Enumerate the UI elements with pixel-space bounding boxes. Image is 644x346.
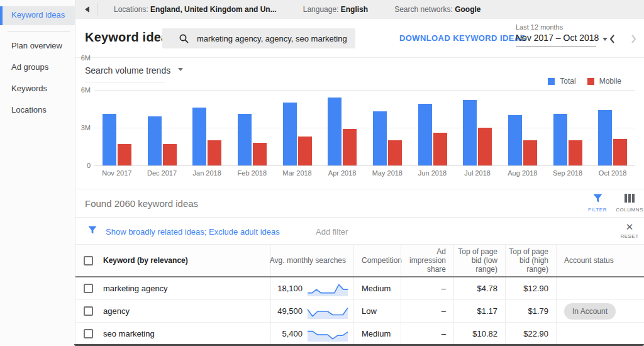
y-axis-tick-6m: 6M <box>77 54 91 62</box>
bar-total-1 <box>148 116 162 165</box>
bar-total-0 <box>103 114 116 165</box>
header-ad-impression-share: Ad impression share <box>401 245 453 276</box>
keyword-cell: agency <box>101 300 270 322</box>
bar-mobile-2 <box>208 140 221 165</box>
legend-item-mobile: Mobile <box>587 77 621 86</box>
competition-cell: Medium <box>353 323 401 345</box>
keyword-ideas-table: Keyword (by relevance) Avg. monthly sear… <box>75 244 644 345</box>
x-axis-label: Jan 2018 <box>193 169 221 177</box>
avg-monthly-searches-value: 18,100 <box>277 284 303 293</box>
results-toolbar: Found 2060 keyword ideas FILTER COLUMNS <box>75 189 644 217</box>
chart-type-caret-icon <box>178 68 183 74</box>
x-axis-label: Oct 2018 <box>599 169 627 177</box>
select-all-checkbox[interactable] <box>84 256 93 265</box>
sidebar-item-keywords[interactable]: Keywords <box>0 78 75 99</box>
search-networks-value: Google <box>455 5 480 14</box>
in-account-badge: In Account <box>564 303 616 320</box>
collapse-panel-icon[interactable] <box>82 6 89 13</box>
sidebar: Keyword ideas Plan overview Ad groups Ke… <box>0 0 75 346</box>
sidebar-item-keyword-ideas[interactable]: Keyword ideas <box>0 6 75 25</box>
chart-type-dropdown[interactable]: Search volume trends <box>85 65 183 75</box>
language-label: Language: <box>303 5 339 14</box>
sidebar-divider <box>8 31 70 32</box>
bid-high-cell: $1.79 <box>505 300 556 322</box>
sidebar-item-locations[interactable]: Locations <box>0 99 75 121</box>
language-setting[interactable]: Language: English <box>303 5 368 14</box>
locations-value: England, United Kingdom and Un... <box>150 5 277 14</box>
date-range-value[interactable]: Nov 2017 – Oct 2018 <box>516 33 596 47</box>
search-networks-label: Search networks: <box>394 5 453 14</box>
bid-high-cell: $12.90 <box>505 277 556 299</box>
x-axis-label: Nov 2017 <box>102 169 131 177</box>
search-networks-setting[interactable]: Search networks: Google <box>394 5 480 14</box>
trend-sparkline <box>306 303 350 320</box>
applied-filters-link[interactable]: Show broadly related ideas; Exclude adul… <box>106 227 280 237</box>
total-swatch-icon <box>548 78 555 85</box>
bar-total-7 <box>418 104 432 165</box>
account-status-cell <box>556 277 644 299</box>
bar-total-9 <box>508 115 522 165</box>
keyword-cell: seo marketing <box>101 323 270 345</box>
bar-mobile-11 <box>613 139 627 165</box>
page-header: Keyword ideas marketing agency, agency, … <box>75 19 644 58</box>
filter-button-label: FILTER <box>584 207 611 213</box>
reset-label: RESET <box>620 233 639 239</box>
date-range-picker[interactable]: Last 12 months Nov 2017 – Oct 2018 <box>516 23 596 47</box>
bar-total-4 <box>283 103 297 165</box>
add-filter-button[interactable]: Add filter <box>316 227 348 237</box>
locations-label: Locations: <box>114 5 148 14</box>
table-row: marketing agency18,100Medium–$4.78$12.90 <box>75 277 644 300</box>
x-axis-label: Apr 2018 <box>328 169 357 177</box>
search-query-text: marketing agency, agency, seo marketing <box>197 34 347 43</box>
search-volume-section: Search volume trends Total Mobile 6M 6M … <box>75 58 644 189</box>
y-axis-tick-3m: 3M <box>77 124 91 131</box>
previous-period-icon[interactable] <box>609 34 616 44</box>
x-axis-label: Sep 2018 <box>553 169 582 177</box>
avg-monthly-searches-cell: 49,500 <box>270 300 353 322</box>
results-count: Found 2060 keyword ideas <box>85 198 198 209</box>
x-axis-label: Jul 2018 <box>464 169 491 177</box>
language-value: English <box>341 5 368 14</box>
y-axis-tick-6m: 6M <box>77 86 91 94</box>
x-axis-label: Mar 2018 <box>282 169 311 177</box>
row-checkbox[interactable] <box>84 329 93 338</box>
header-top-of-page-bid-low: Top of page bid (low range) <box>453 245 505 276</box>
table-header-row: Keyword (by relevance) Avg. monthly sear… <box>75 244 644 277</box>
keyword-search-input[interactable]: marketing agency, agency, seo marketing <box>162 28 355 48</box>
reset-filters-button[interactable]: ✕ RESET <box>620 222 639 239</box>
gridline-6m <box>94 90 635 91</box>
reset-x-icon: ✕ <box>620 222 639 232</box>
bar-mobile-6 <box>388 140 402 165</box>
date-range-caret-icon[interactable] <box>602 38 608 43</box>
ad-impression-share-cell: – <box>401 323 453 345</box>
columns-button-label: COLUMNS <box>616 207 643 213</box>
filter-button[interactable]: FILTER <box>584 194 611 213</box>
columns-button[interactable]: COLUMNS <box>616 194 643 213</box>
download-keyword-ideas-button[interactable]: DOWNLOAD KEYWORD IDEAS <box>399 33 526 43</box>
chart-type-label: Search volume trends <box>85 65 170 75</box>
avg-monthly-searches-cell: 18,100 <box>270 277 353 299</box>
applied-filter-icon[interactable] <box>88 226 97 234</box>
bid-high-cell: $22.90 <box>505 323 556 345</box>
row-checkbox[interactable] <box>84 306 93 316</box>
bar-mobile-10 <box>569 140 582 165</box>
avg-monthly-searches-value: 5,400 <box>282 329 303 338</box>
sidebar-item-ad-groups[interactable]: Ad groups <box>0 57 75 78</box>
y-axis-tick-0: 0 <box>77 162 91 169</box>
competition-cell: Low <box>353 300 401 322</box>
row-checkbox[interactable] <box>84 284 93 293</box>
bar-total-8 <box>463 100 477 165</box>
chart-x-labels: Nov 2017Dec 2017Jan 2018Feb 2018Mar 2018… <box>94 169 635 178</box>
table-body: marketing agency18,100Medium–$4.78$12.90… <box>75 277 644 345</box>
header-avg-monthly-searches: Avg. monthly searches <box>270 245 353 276</box>
header-competition: Competition <box>353 245 401 276</box>
header-top-of-page-bid-high: Top of page bid (high range) <box>505 245 556 276</box>
next-period-icon[interactable] <box>630 34 637 44</box>
bar-total-11 <box>598 110 612 165</box>
sidebar-item-plan-overview[interactable]: Plan overview <box>0 35 75 57</box>
bar-mobile-8 <box>478 128 492 165</box>
search-icon <box>179 34 189 43</box>
locations-setting[interactable]: Locations: England, United Kingdom and U… <box>114 5 277 14</box>
chart-legend: Total Mobile <box>548 77 621 86</box>
bid-low-cell: $10.82 <box>453 323 505 345</box>
